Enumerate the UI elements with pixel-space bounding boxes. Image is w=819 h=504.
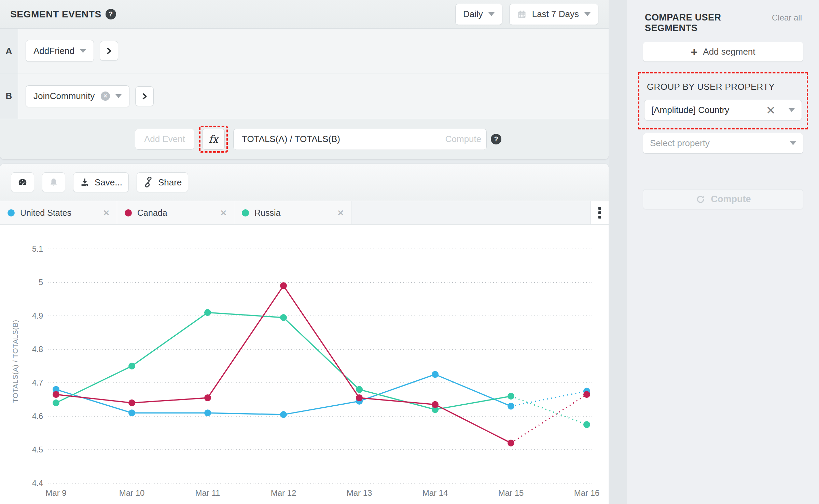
add-segment-button[interactable]: + Add segment: [643, 42, 803, 62]
group-by-highlight: GROUP BY USER PROPERTY [Amplitude] Count…: [638, 72, 808, 129]
share-button-label: Share: [158, 177, 182, 188]
series-line: [56, 286, 511, 443]
x-tick-label: Mar 12: [271, 488, 296, 498]
clear-property-icon[interactable]: ✕: [766, 103, 776, 117]
interval-dropdown[interactable]: Daily: [455, 4, 502, 25]
calendar-icon: [517, 10, 527, 19]
kebab-icon: [598, 211, 601, 214]
share-button[interactable]: Share: [137, 172, 188, 192]
close-icon[interactable]: ×: [220, 207, 226, 219]
event-a-expand-button[interactable]: [100, 41, 118, 61]
event-row-a: A AddFriend: [0, 29, 609, 73]
legend-tab-canada[interactable]: Canada×: [117, 201, 234, 224]
y-tick-label: 4.7: [32, 378, 43, 387]
data-point[interactable]: [356, 394, 363, 401]
data-point[interactable]: [204, 394, 211, 401]
interval-dropdown-label: Daily: [463, 9, 483, 19]
line-chart-plot: 5.154.94.84.74.64.54.4Mar 9Mar 10Mar 11M…: [0, 225, 609, 504]
data-point[interactable]: [128, 363, 135, 369]
x-tick-label: Mar 15: [498, 488, 524, 498]
gauge-icon: [17, 177, 28, 187]
y-tick-label: 4.9: [32, 311, 43, 320]
event-row-a-label: A: [0, 29, 18, 73]
query-builder-card: SEGMENT EVENTS ? Daily Last 7 Days A: [0, 0, 609, 159]
legend-tab-russia[interactable]: Russia×: [234, 201, 351, 224]
data-point[interactable]: [128, 400, 135, 406]
chart-options-button[interactable]: [591, 201, 609, 224]
y-tick-label: 4.5: [32, 445, 43, 454]
event-b-select[interactable]: JoinCommunity ✕: [26, 85, 129, 107]
data-point[interactable]: [204, 309, 211, 316]
x-tick-label: Mar 9: [45, 488, 66, 498]
clear-all-link[interactable]: Clear all: [772, 13, 802, 23]
formula-input[interactable]: TOTALS(A) / TOTALS(B): [234, 129, 440, 150]
data-point[interactable]: [356, 386, 363, 393]
data-point[interactable]: [508, 393, 514, 400]
data-point[interactable]: [508, 439, 514, 446]
sidebar-compute-label: Compute: [711, 194, 751, 205]
legend-tab-united-states[interactable]: United States×: [0, 201, 117, 224]
data-point[interactable]: [432, 401, 439, 408]
select-property-dropdown[interactable]: Select property: [643, 133, 803, 154]
data-point[interactable]: [128, 409, 135, 416]
x-tick-label: Mar 16: [574, 488, 600, 498]
chart-card: Save... Share United States×Canada×Russi…: [0, 164, 609, 504]
refresh-icon: [695, 194, 706, 205]
compare-segments-panel: COMPARE USER SEGMENTS Clear all + Add se…: [627, 0, 819, 504]
data-point[interactable]: [432, 371, 439, 378]
panel-gutter: [609, 0, 627, 504]
remove-event-icon[interactable]: ✕: [101, 92, 110, 101]
event-b-name: JoinCommunity: [33, 91, 95, 101]
sidebar-title: COMPARE USER SEGMENTS: [645, 12, 772, 33]
series-label: United States: [20, 208, 103, 218]
data-point[interactable]: [280, 314, 287, 321]
formula-group: TOTALS(A) / TOTALS(B) Compute: [233, 129, 487, 150]
date-range-dropdown-label: Last 7 Days: [532, 9, 579, 19]
data-point[interactable]: [204, 409, 211, 416]
group-by-property-select[interactable]: [Amplitude] Country ✕: [644, 100, 802, 121]
series-label: Canada: [137, 208, 220, 218]
chevron-down-icon: [789, 108, 795, 112]
page-title: SEGMENT EVENTS: [10, 9, 101, 20]
data-point[interactable]: [508, 403, 514, 410]
kebab-icon: [598, 216, 601, 219]
date-range-dropdown[interactable]: Last 7 Days: [509, 4, 598, 25]
sidebar-compute-button[interactable]: Compute: [643, 189, 803, 209]
group-by-property-value: [Amplitude] Country: [651, 105, 766, 115]
save-button[interactable]: Save...: [73, 172, 129, 192]
data-point[interactable]: [53, 391, 59, 398]
y-tick-label: 4.4: [32, 479, 43, 488]
add-event-button[interactable]: Add Event: [135, 129, 194, 150]
y-tick-label: 5.1: [32, 244, 43, 253]
dashboard-button[interactable]: [11, 172, 34, 192]
notifications-button[interactable]: [42, 172, 65, 192]
app-root: SEGMENT EVENTS ? Daily Last 7 Days A: [0, 0, 819, 504]
data-point[interactable]: [280, 282, 287, 289]
legend-spacer: [351, 201, 591, 224]
event-a-name: AddFriend: [33, 46, 74, 56]
chevron-right-icon: [140, 92, 149, 101]
close-icon[interactable]: ×: [337, 207, 344, 219]
data-point[interactable]: [583, 391, 590, 398]
series-color-dot: [242, 209, 249, 216]
chevron-down-icon: [790, 141, 796, 145]
select-property-placeholder: Select property: [650, 138, 785, 149]
event-a-select[interactable]: AddFriend: [26, 40, 94, 62]
add-event-label: Add Event: [144, 134, 185, 144]
event-row-b-label: B: [0, 73, 18, 119]
save-button-label: Save...: [95, 177, 122, 188]
data-point[interactable]: [53, 400, 59, 406]
help-icon[interactable]: ?: [106, 9, 116, 19]
close-icon[interactable]: ×: [103, 207, 109, 219]
line-chart-svg: 5.154.94.84.74.64.54.4Mar 9Mar 10Mar 11M…: [0, 225, 609, 504]
series-color-dot: [125, 209, 132, 216]
y-tick-label: 5: [39, 278, 43, 287]
data-point[interactable]: [280, 411, 287, 418]
formula-toggle-button[interactable]: fx: [202, 129, 225, 150]
data-point[interactable]: [583, 421, 590, 428]
legend-tabs: United States×Canada×Russia×: [0, 201, 351, 224]
formula-compute-button[interactable]: Compute: [440, 129, 486, 150]
event-b-expand-button[interactable]: [135, 86, 154, 106]
formula-help-icon[interactable]: ?: [491, 134, 501, 144]
x-tick-label: Mar 13: [347, 488, 372, 498]
